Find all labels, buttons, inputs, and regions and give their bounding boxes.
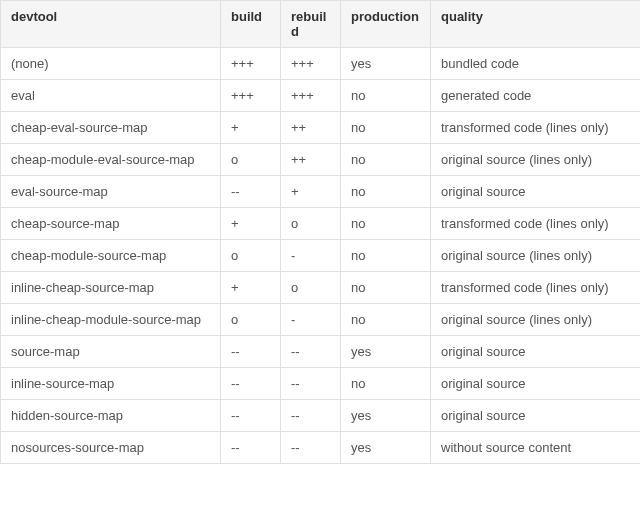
cell-devtool: cheap-module-eval-source-map (1, 144, 221, 176)
cell-build: + (221, 112, 281, 144)
cell-rebuild: +++ (281, 80, 341, 112)
cell-quality: original source (431, 336, 641, 368)
table-row: source-map----yesoriginal source (1, 336, 641, 368)
cell-quality: original source (431, 176, 641, 208)
cell-production: no (341, 144, 431, 176)
cell-devtool: cheap-eval-source-map (1, 112, 221, 144)
cell-build: -- (221, 336, 281, 368)
table-row: hidden-source-map----yesoriginal source (1, 400, 641, 432)
table-row: eval++++++nogenerated code (1, 80, 641, 112)
cell-quality: original source (lines only) (431, 240, 641, 272)
cell-rebuild: -- (281, 432, 341, 464)
cell-quality: transformed code (lines only) (431, 272, 641, 304)
cell-build: o (221, 144, 281, 176)
table-row: cheap-eval-source-map+++notransformed co… (1, 112, 641, 144)
cell-production: no (341, 304, 431, 336)
devtool-table: devtool build rebuild production quality… (0, 0, 640, 464)
cell-rebuild: o (281, 272, 341, 304)
cell-devtool: cheap-module-source-map (1, 240, 221, 272)
table-row: inline-cheap-module-source-mapo-noorigin… (1, 304, 641, 336)
cell-devtool: (none) (1, 48, 221, 80)
cell-build: o (221, 304, 281, 336)
cell-quality: generated code (431, 80, 641, 112)
cell-devtool: inline-cheap-source-map (1, 272, 221, 304)
col-header-production: production (341, 1, 431, 48)
cell-production: yes (341, 48, 431, 80)
cell-devtool: nosources-source-map (1, 432, 221, 464)
cell-rebuild: -- (281, 336, 341, 368)
cell-production: yes (341, 336, 431, 368)
cell-quality: transformed code (lines only) (431, 208, 641, 240)
cell-rebuild: o (281, 208, 341, 240)
cell-rebuild: +++ (281, 48, 341, 80)
table-row: inline-source-map----nooriginal source (1, 368, 641, 400)
cell-devtool: eval-source-map (1, 176, 221, 208)
table-row: cheap-source-map+onotransformed code (li… (1, 208, 641, 240)
col-header-quality: quality (431, 1, 641, 48)
cell-devtool: inline-source-map (1, 368, 221, 400)
table-row: cheap-module-source-mapo-nooriginal sour… (1, 240, 641, 272)
cell-build: -- (221, 176, 281, 208)
cell-build: o (221, 240, 281, 272)
cell-production: no (341, 240, 431, 272)
cell-devtool: cheap-source-map (1, 208, 221, 240)
cell-build: + (221, 208, 281, 240)
cell-quality: original source (431, 400, 641, 432)
table-row: eval-source-map--+nooriginal source (1, 176, 641, 208)
table-row: (none)++++++yesbundled code (1, 48, 641, 80)
cell-quality: original source (lines only) (431, 304, 641, 336)
cell-production: yes (341, 400, 431, 432)
cell-quality: transformed code (lines only) (431, 112, 641, 144)
header-row: devtool build rebuild production quality (1, 1, 641, 48)
table-row: inline-cheap-source-map+onotransformed c… (1, 272, 641, 304)
cell-quality: without source content (431, 432, 641, 464)
cell-rebuild: -- (281, 400, 341, 432)
cell-devtool: source-map (1, 336, 221, 368)
cell-build: +++ (221, 48, 281, 80)
cell-rebuild: + (281, 176, 341, 208)
cell-rebuild: ++ (281, 144, 341, 176)
cell-rebuild: - (281, 240, 341, 272)
cell-production: no (341, 176, 431, 208)
table-row: nosources-source-map----yeswithout sourc… (1, 432, 641, 464)
cell-build: -- (221, 432, 281, 464)
cell-rebuild: ++ (281, 112, 341, 144)
cell-production: no (341, 368, 431, 400)
cell-quality: original source (lines only) (431, 144, 641, 176)
col-header-rebuild: rebuild (281, 1, 341, 48)
cell-quality: original source (431, 368, 641, 400)
col-header-build: build (221, 1, 281, 48)
col-header-devtool: devtool (1, 1, 221, 48)
cell-quality: bundled code (431, 48, 641, 80)
cell-build: + (221, 272, 281, 304)
cell-build: -- (221, 368, 281, 400)
table-row: cheap-module-eval-source-mapo++noorigina… (1, 144, 641, 176)
cell-production: no (341, 112, 431, 144)
cell-rebuild: - (281, 304, 341, 336)
cell-rebuild: -- (281, 368, 341, 400)
cell-devtool: inline-cheap-module-source-map (1, 304, 221, 336)
cell-build: +++ (221, 80, 281, 112)
cell-devtool: hidden-source-map (1, 400, 221, 432)
cell-devtool: eval (1, 80, 221, 112)
cell-build: -- (221, 400, 281, 432)
cell-production: no (341, 80, 431, 112)
cell-production: no (341, 208, 431, 240)
cell-production: no (341, 272, 431, 304)
cell-production: yes (341, 432, 431, 464)
